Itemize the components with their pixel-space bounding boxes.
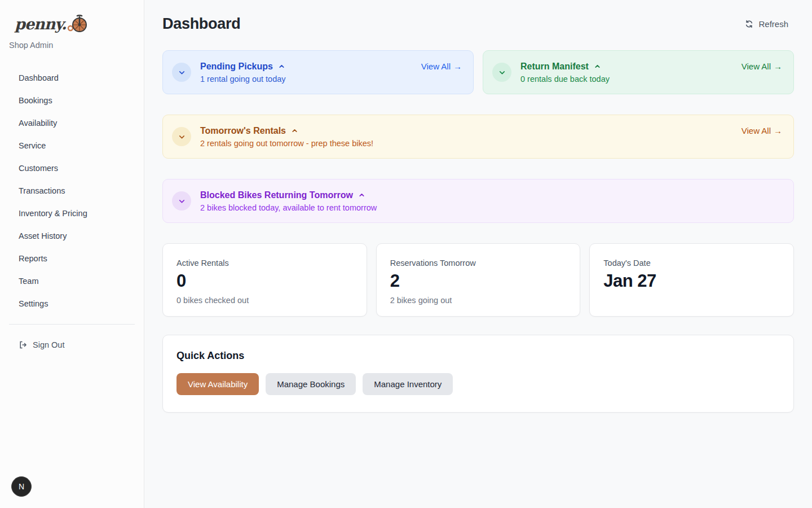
stat-sub: 2 bikes going out — [390, 296, 567, 305]
alert-subtitle: 0 rentals due back today — [520, 75, 742, 84]
sidebar-item-bookings[interactable]: Bookings — [9, 89, 135, 112]
stat-sub: 0 bikes checked out — [176, 296, 353, 305]
sidebar-divider — [9, 324, 135, 325]
view-all-link[interactable]: View All → — [742, 62, 782, 71]
alert-subtitle: 1 rental going out today — [200, 75, 421, 84]
expand-toggle-button[interactable] — [172, 191, 191, 211]
quick-actions-card: Quick Actions View Availability Manage B… — [162, 335, 794, 413]
alert-text: Blocked Bikes Returning Tomorrow 2 bikes… — [200, 190, 782, 212]
chevron-up-icon — [594, 63, 601, 70]
sidebar-subtitle: Shop Admin — [9, 41, 135, 50]
refresh-button[interactable]: Refresh — [739, 15, 794, 33]
view-all-link[interactable]: View All → — [421, 62, 462, 71]
alert-title[interactable]: Return Manifest — [520, 62, 589, 72]
expand-toggle-button[interactable] — [492, 63, 511, 82]
quick-actions-title: Quick Actions — [176, 350, 780, 362]
stat-card-todays-date: Today's Date Jan 27 — [589, 243, 794, 317]
penny-farthing-bike-icon — [67, 14, 87, 33]
sidebar-item-availability[interactable]: Availability — [9, 112, 135, 134]
sidebar-item-settings[interactable]: Settings — [9, 292, 135, 315]
sidebar-item-transactions[interactable]: Transactions — [9, 179, 135, 202]
view-all-link[interactable]: View All → — [742, 126, 782, 135]
page-header: Dashboard Refresh — [162, 15, 794, 33]
expand-toggle-button[interactable] — [172, 127, 191, 146]
alert-title[interactable]: Tomorrow's Rentals — [200, 126, 286, 136]
arrow-right-icon: → — [774, 62, 782, 71]
arrow-right-icon: → — [774, 126, 782, 135]
refresh-label: Refresh — [758, 19, 788, 29]
view-all-label: View All — [742, 126, 771, 135]
stat-card-active-rentals: Active Rentals 0 0 bikes checked out — [162, 243, 367, 317]
stat-label: Active Rentals — [176, 259, 353, 268]
quick-actions-buttons: View Availability Manage Bookings Manage… — [176, 373, 780, 395]
chevron-down-icon — [178, 68, 186, 77]
manage-bookings-button[interactable]: Manage Bookings — [266, 373, 356, 395]
arrow-right-icon: → — [453, 62, 462, 71]
sidebar-item-customers[interactable]: Customers — [9, 157, 135, 179]
alert-return-manifest: Return Manifest 0 rentals due back today… — [483, 50, 794, 94]
chevron-down-icon — [178, 197, 186, 205]
sidebar-item-dashboard[interactable]: Dashboard — [9, 67, 135, 89]
sign-out-icon — [19, 340, 28, 349]
chevron-down-icon — [498, 68, 506, 77]
sidebar-item-team[interactable]: Team — [9, 270, 135, 292]
alert-title[interactable]: Blocked Bikes Returning Tomorrow — [200, 190, 353, 200]
alert-title[interactable]: Pending Pickups — [200, 62, 273, 72]
alert-text: Return Manifest 0 rentals due back today — [520, 62, 742, 84]
chevron-up-icon — [278, 63, 285, 70]
stat-value: 0 — [176, 271, 353, 291]
sidebar: penny. Shop Admin Dashboard Bookings Ava… — [0, 0, 144, 508]
alert-text: Pending Pickups 1 rental going out today — [200, 62, 421, 84]
sidebar-item-asset-history[interactable]: Asset History — [9, 225, 135, 247]
alert-tomorrows-rentals: Tomorrow's Rentals 2 rentals going out t… — [162, 115, 794, 159]
chevron-down-icon — [178, 133, 186, 141]
view-all-label: View All — [742, 62, 771, 71]
stat-value: Jan 27 — [603, 271, 780, 291]
alert-subtitle: 2 rentals going out tomorrow - prep thes… — [200, 139, 742, 148]
sidebar-nav: Dashboard Bookings Availability Service … — [9, 67, 135, 315]
alert-blocked-bikes: Blocked Bikes Returning Tomorrow 2 bikes… — [162, 179, 794, 223]
page-title: Dashboard — [162, 15, 240, 33]
refresh-icon — [745, 20, 753, 28]
avatar[interactable]: N — [11, 476, 32, 497]
logo: penny. — [15, 10, 135, 32]
sidebar-item-inventory-pricing[interactable]: Inventory & Pricing — [9, 202, 135, 225]
main-content: Dashboard Refresh Pending Pickups — [144, 0, 812, 508]
stat-label: Today's Date — [603, 259, 780, 268]
alert-subtitle: 2 bikes blocked today, available to rent… — [200, 203, 782, 212]
stat-label: Reservations Tomorrow — [390, 259, 567, 268]
alert-pending-pickups: Pending Pickups 1 rental going out today… — [162, 50, 474, 94]
logo-wordmark: penny. — [15, 16, 66, 32]
sidebar-item-service[interactable]: Service — [9, 134, 135, 157]
alert-row: Pending Pickups 1 rental going out today… — [162, 50, 794, 94]
stat-card-reservations-tomorrow: Reservations Tomorrow 2 2 bikes going ou… — [376, 243, 581, 317]
sign-out-label: Sign Out — [33, 340, 64, 349]
stat-value: 2 — [390, 271, 567, 291]
expand-toggle-button[interactable] — [172, 63, 191, 82]
manage-inventory-button[interactable]: Manage Inventory — [363, 373, 453, 395]
alert-text: Tomorrow's Rentals 2 rentals going out t… — [200, 126, 742, 148]
view-all-label: View All — [421, 62, 451, 71]
view-availability-button[interactable]: View Availability — [176, 373, 259, 395]
avatar-letter: N — [19, 482, 24, 491]
stats-row: Active Rentals 0 0 bikes checked out Res… — [162, 243, 794, 317]
chevron-up-icon — [358, 191, 365, 199]
sign-out-button[interactable]: Sign Out — [9, 335, 135, 355]
sidebar-item-reports[interactable]: Reports — [9, 247, 135, 270]
chevron-up-icon — [291, 127, 298, 134]
